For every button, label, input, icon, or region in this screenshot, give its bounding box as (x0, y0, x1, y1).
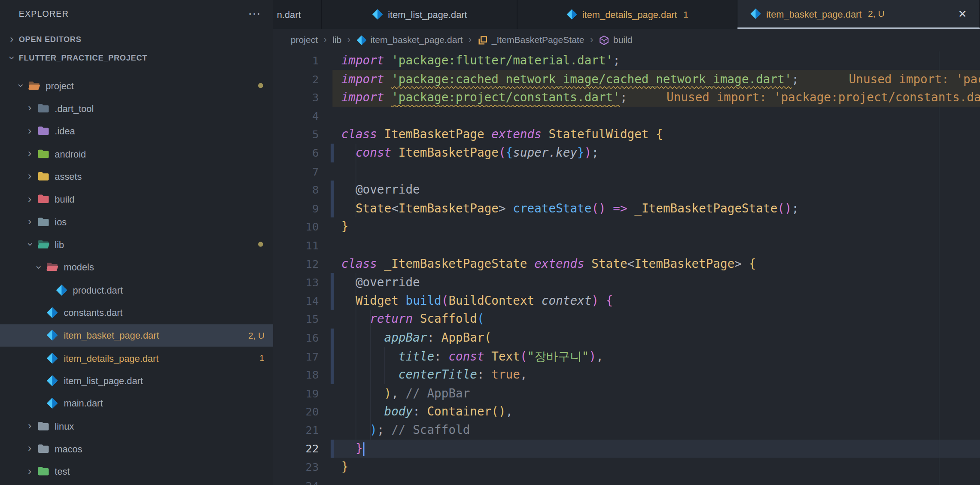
code-line-23[interactable]: 23} (273, 458, 980, 476)
tab-n.dart[interactable]: n.dart (273, 0, 322, 29)
code-line-11[interactable]: 11 (273, 236, 980, 255)
line-content: ), // AppBar (341, 386, 470, 400)
line-number[interactable]: 10 (273, 218, 319, 236)
tree-item-assets[interactable]: ›assets (0, 165, 273, 188)
breadcrumb-separator-icon: › (323, 34, 327, 45)
code-line-17[interactable]: 17 title: const Text("장바구니"), (273, 347, 980, 365)
line-number[interactable]: 16 (273, 329, 319, 348)
code-line-14[interactable]: 14 Widget build(BuildContext context) { (273, 291, 980, 310)
code-line-3[interactable]: 3import 'package:project/constants.dart'… (273, 88, 980, 106)
line-number[interactable]: 9 (273, 200, 319, 218)
line-content: const ItemBasketPage({super.key}); (341, 146, 599, 159)
tree-item-linux[interactable]: ›linux (0, 415, 273, 437)
code-line-4[interactable]: 4 (273, 107, 980, 125)
line-number[interactable]: 13 (273, 274, 319, 292)
close-icon[interactable]: ✕ (946, 7, 967, 21)
code-line-16[interactable]: 16 appBar: AppBar( (273, 328, 980, 347)
code-area[interactable]: 1import 'package:flutter/material.dart';… (273, 51, 980, 485)
line-number[interactable]: 17 (273, 348, 319, 366)
breadcrumb-item-build[interactable]: build (599, 35, 633, 45)
code-line-18[interactable]: 18 centerTitle: true, (273, 366, 980, 384)
tree-item-product.dart[interactable]: product.dart (0, 279, 273, 301)
tree-item-.dart_tool[interactable]: ›.dart_tool (0, 97, 273, 120)
code-line-6[interactable]: 6 const ItemBasketPage({super.key}); (273, 144, 980, 162)
tree-item-build[interactable]: ›build (0, 188, 273, 211)
section-project-root[interactable]: › FLUTTER_PRACTICE_PROJECT (0, 49, 273, 68)
line-number[interactable]: 24 (273, 477, 319, 485)
tree-item-ios[interactable]: ›ios (0, 210, 273, 233)
tree-item-item_details_page.dart[interactable]: item_details_page.dart1 (0, 347, 273, 370)
tab-status-badge: 2, U (868, 9, 885, 18)
line-number[interactable]: 1 (273, 52, 319, 70)
chevron-right-icon[interactable]: › (22, 102, 37, 115)
code-line-24[interactable]: 24 (273, 476, 980, 485)
line-number[interactable]: 11 (273, 236, 319, 255)
code-line-13[interactable]: 13 @override (273, 273, 980, 291)
chevron-right-icon[interactable]: › (22, 215, 37, 228)
breadcrumb-item-project[interactable]: project (291, 35, 318, 45)
more-actions-icon[interactable]: ⋯ (248, 7, 261, 20)
tree-item-item_list_page.dart[interactable]: item_list_page.dart (0, 370, 273, 392)
tree-item-item_basket_page.dart[interactable]: item_basket_page.dart2, U (0, 324, 273, 347)
tab-item_basket_page.dart[interactable]: item_basket_page.dart2, U✕ (737, 0, 980, 29)
line-number[interactable]: 2 (273, 70, 319, 89)
breadcrumb-item-lib[interactable]: lib (332, 35, 341, 45)
tree-item-lib[interactable]: ›lib (0, 233, 273, 256)
line-number[interactable]: 8 (273, 181, 319, 200)
tree-item-models[interactable]: ›models (0, 256, 273, 279)
chevron-right-icon[interactable]: › (22, 148, 37, 160)
chevron-right-icon[interactable]: › (22, 420, 37, 432)
line-number[interactable]: 5 (273, 126, 319, 144)
line-number[interactable]: 3 (273, 89, 319, 107)
line-number[interactable]: 6 (273, 144, 319, 163)
chevron-right-icon[interactable]: › (22, 193, 37, 205)
line-content: class _ItemBasketPageState extends State… (341, 256, 756, 270)
chevron-down-icon[interactable]: › (33, 260, 45, 275)
code-line-15[interactable]: 15 return Scaffold( (273, 310, 980, 328)
chevron-right-icon[interactable]: › (22, 170, 37, 183)
chevron-down-icon[interactable]: › (24, 237, 36, 252)
code-line-19[interactable]: 19 ), // AppBar (273, 384, 980, 403)
line-number[interactable]: 19 (273, 385, 319, 403)
code-line-5[interactable]: 5class ItemBasketPage extends StatefulWi… (273, 125, 980, 144)
tree-item-test[interactable]: ›test (0, 460, 273, 483)
code-line-21[interactable]: 21 ); // Scaffold (273, 421, 980, 440)
breadcrumb-item-_ItemBasketPageState[interactable]: _ItemBasketPageState (477, 35, 584, 45)
code-line-12[interactable]: 12class _ItemBasketPageState extends Sta… (273, 255, 980, 273)
code-line-1[interactable]: 1import 'package:flutter/material.dart'; (273, 51, 980, 70)
code-line-9[interactable]: 9 State<ItemBasketPage> createState() =>… (273, 199, 980, 218)
line-number[interactable]: 15 (273, 311, 319, 329)
line-number[interactable]: 4 (273, 107, 319, 126)
breadcrumb-item-item_basket_page.dart[interactable]: item_basket_page.dart (356, 35, 463, 45)
chevron-down-icon[interactable]: › (14, 78, 27, 93)
line-number[interactable]: 23 (273, 458, 319, 477)
code-line-10[interactable]: 10} (273, 218, 980, 236)
code-line-8[interactable]: 8 @override (273, 181, 980, 199)
tree-item-main.dart[interactable]: main.dart (0, 392, 273, 415)
tab-item_list_page.dart[interactable]: item_list_page.dart (322, 0, 518, 29)
chevron-right-icon[interactable]: › (22, 125, 37, 137)
tree-item-constants.dart[interactable]: constants.dart (0, 301, 273, 324)
folder-icon (37, 466, 49, 478)
line-number[interactable]: 20 (273, 403, 319, 421)
tree-item-label: item_list_page.dart (64, 376, 143, 386)
line-number[interactable]: 7 (273, 163, 319, 181)
line-number[interactable]: 22 (273, 440, 319, 458)
tree-item-macos[interactable]: ›macos (0, 437, 273, 460)
tree-item-.idea[interactable]: ›.idea (0, 120, 273, 142)
code-line-20[interactable]: 20 body: Container(), (273, 403, 980, 421)
line-number[interactable]: 18 (273, 366, 319, 385)
chevron-right-icon[interactable]: › (22, 443, 37, 455)
line-content: } (341, 441, 365, 455)
tree-item-project[interactable]: ›project (0, 74, 273, 97)
code-line-22[interactable]: 22 } (273, 440, 980, 458)
section-open-editors[interactable]: › OPEN EDITORS (0, 30, 273, 49)
code-line-7[interactable]: 7 (273, 162, 980, 181)
chevron-right-icon[interactable]: › (22, 465, 37, 478)
tree-item-android[interactable]: ›android (0, 142, 273, 165)
line-number[interactable]: 21 (273, 421, 319, 440)
tab-item_details_page.dart[interactable]: item_details_page.dart1 (517, 0, 737, 29)
code-line-2[interactable]: 2import 'package:cached_network_image/ca… (273, 70, 980, 88)
line-number[interactable]: 12 (273, 255, 319, 274)
line-number[interactable]: 14 (273, 292, 319, 311)
